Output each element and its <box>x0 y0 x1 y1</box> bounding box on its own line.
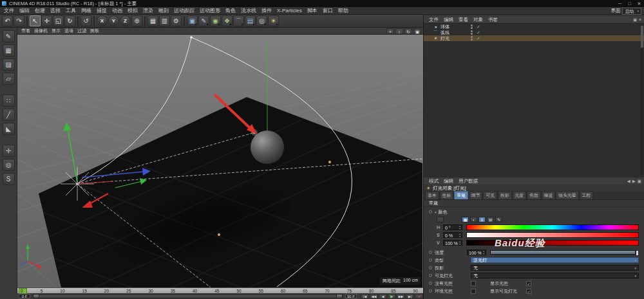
saturation-field[interactable]: 0 %▴▾ <box>443 232 462 238</box>
menu-item[interactable]: 文件 <box>1 7 17 14</box>
menu-item[interactable]: 模拟 <box>125 7 140 14</box>
anim-dot[interactable] <box>429 210 432 213</box>
toolbar-sep-2[interactable] <box>77 16 79 26</box>
menu-item[interactable]: 流水线 <box>238 7 259 14</box>
sphere-object[interactable] <box>251 131 284 164</box>
visibility-dots[interactable] <box>471 30 473 35</box>
viewport-canvas[interactable]: 网格间距 100 cm <box>17 35 423 287</box>
menu-item[interactable]: 角色 <box>223 7 238 14</box>
render-settings-button[interactable]: ⚙ <box>171 15 182 26</box>
menu-item[interactable]: 窗口 <box>320 7 336 14</box>
wheel-mode-button[interactable]: ◐ <box>470 217 477 222</box>
arc-top-point[interactable] <box>190 36 193 39</box>
anim-dot[interactable] <box>429 266 432 269</box>
primitive-cube-button[interactable]: ▣ <box>187 15 198 26</box>
render-visibility-dot[interactable] <box>471 27 473 29</box>
menu-item[interactable]: 脚本 <box>305 7 320 14</box>
maximize-button[interactable]: □ <box>625 0 634 7</box>
camera-button[interactable]: ◎ <box>256 15 267 26</box>
viewport-menu-item[interactable]: 面板 <box>88 28 101 34</box>
object-name[interactable]: 灯光 <box>440 35 464 42</box>
toolbar-sep-1[interactable] <box>26 16 28 26</box>
object-manager-menu-item[interactable]: 书签 <box>486 17 500 23</box>
saturation-gradient-bar[interactable] <box>466 232 639 238</box>
anim-dot[interactable] <box>429 251 432 254</box>
generator-button[interactable]: ❖ <box>222 15 232 26</box>
points-mode-button[interactable]: ∷ <box>3 95 15 107</box>
snap-button[interactable]: S <box>3 173 15 185</box>
spline-pen-button[interactable]: ✎ <box>198 15 209 26</box>
attribute-tab[interactable]: 镜头光晕 <box>556 191 578 199</box>
editor-visibility-dot[interactable] <box>471 36 473 38</box>
render-visibility-dot[interactable] <box>471 33 473 35</box>
pan-view-icon[interactable]: + <box>386 28 394 34</box>
attribute-tab[interactable]: 细节 <box>469 191 483 199</box>
object-manager-menu-item[interactable]: 对象 <box>471 17 486 23</box>
attribute-tab[interactable]: 可见 <box>483 191 497 199</box>
menu-item[interactable]: X-Particles <box>274 8 305 14</box>
eyedropper-button[interactable]: ✎ <box>495 217 502 222</box>
start-frame-field[interactable]: 0 F <box>19 294 30 298</box>
panel-lock-icon[interactable]: ▣ <box>638 179 641 184</box>
deformer-button[interactable]: ⌒ <box>233 15 244 26</box>
menu-item[interactable]: 编辑 <box>17 7 32 14</box>
attribute-tab[interactable]: 坐标 <box>440 191 454 199</box>
viewport-menu-item[interactable]: 显示 <box>50 28 62 34</box>
edges-mode-button[interactable]: ╱ <box>3 109 15 121</box>
minimize-button[interactable]: ─ <box>615 0 625 7</box>
hue-gradient-bar[interactable] <box>466 224 639 230</box>
enable-axis-button[interactable]: ✛ <box>3 145 15 157</box>
shadow-dropdown[interactable]: 无 ▾ <box>471 265 639 271</box>
history-back-icon[interactable]: ◀ <box>627 179 630 184</box>
menu-item[interactable]: 帮助 <box>336 7 351 14</box>
enable-check-icon[interactable]: ✓ <box>477 30 480 35</box>
object-manager-menu-item[interactable]: 查看 <box>456 17 471 23</box>
render-visibility-dot[interactable] <box>471 39 473 41</box>
viewport-menu-item[interactable]: 查看 <box>19 28 32 34</box>
light-button[interactable]: ☀ <box>268 15 279 26</box>
attribute-tab[interactable]: 噪波 <box>542 191 556 199</box>
next-frame-button[interactable]: ▶▶ <box>397 294 405 299</box>
preview-range-slider[interactable] <box>33 294 343 298</box>
history-forward-icon[interactable]: ▶ <box>632 179 636 184</box>
attribute-tab[interactable]: 投影 <box>498 191 512 199</box>
last-tool-button[interactable]: ↺ <box>80 15 91 26</box>
intensity-slider[interactable] <box>490 250 639 255</box>
attribute-menu-item[interactable]: 用户数据 <box>456 178 480 185</box>
live-selection-tool[interactable]: ↖ <box>30 15 41 26</box>
end-frame-field[interactable]: 90 F <box>345 294 357 298</box>
viewport-menu-item[interactable]: 摄像机 <box>32 28 50 34</box>
toolbar-sep-5[interactable] <box>184 16 185 26</box>
expand-triangle-icon[interactable]: ▾ <box>435 210 437 214</box>
enable-check-icon[interactable]: ✓ <box>477 24 480 30</box>
anim-dot[interactable] <box>429 289 432 293</box>
anim-dot[interactable] <box>429 258 432 262</box>
play-button[interactable]: ▶ <box>388 294 396 299</box>
attribute-tab[interactable]: 焦散 <box>527 191 541 199</box>
sliders-mode-button[interactable]: ≡ <box>478 217 486 222</box>
object-manager-menu-item[interactable]: 文件 <box>426 17 441 23</box>
solo-mode-button[interactable]: ◎ <box>3 159 15 171</box>
attribute-tab[interactable]: 基本 <box>425 191 439 199</box>
attribute-tab[interactable]: 常规 <box>454 191 468 199</box>
anim-dot[interactable] <box>429 282 432 285</box>
visible-light-dropdown[interactable]: 无 ▾ <box>471 273 639 278</box>
viewport-3d-scene[interactable] <box>17 35 423 287</box>
show-visible-light-checkbox[interactable]: ✓ <box>526 289 531 294</box>
om-burger-icon[interactable]: ≡ <box>639 17 641 23</box>
enable-check-icon[interactable]: ✓ <box>477 35 480 41</box>
toggle-view-icon[interactable]: ▣ <box>413 28 421 34</box>
intensity-field[interactable]: 100 %▴▾ <box>467 249 486 255</box>
light-type-dropdown[interactable]: 泛光灯 ▾ <box>471 257 639 263</box>
viewport-menu-item[interactable]: 过滤 <box>75 28 88 34</box>
menu-item[interactable]: 插件 <box>259 7 274 14</box>
attribute-menu-item[interactable]: 编辑 <box>441 178 456 185</box>
visibility-dots[interactable] <box>471 24 473 29</box>
menu-item[interactable]: 创建 <box>32 7 48 14</box>
menu-item[interactable]: 捕捉 <box>94 7 109 14</box>
hue-field[interactable]: 0 °▴▾ <box>443 224 462 230</box>
toolbar-sep-4[interactable] <box>144 16 146 26</box>
menu-item[interactable]: 动画 <box>109 7 125 14</box>
color-swatch[interactable] <box>437 217 444 222</box>
environment-button[interactable]: ▤ <box>245 15 256 26</box>
